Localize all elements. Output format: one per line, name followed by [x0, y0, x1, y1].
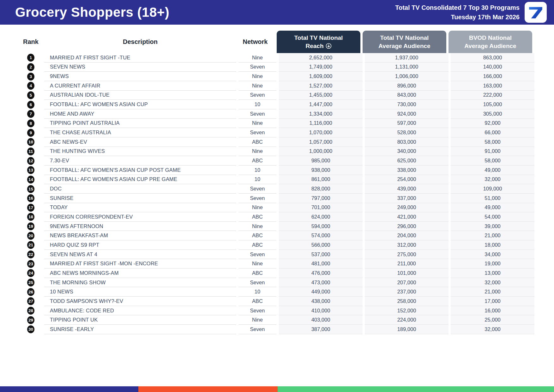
column-gap — [276, 119, 279, 128]
average-audience-cell: 843,000 — [365, 91, 449, 100]
top-header-bar: Grocery Shoppers (18+) Total TV Consolid… — [0, 0, 554, 25]
bvod-audience-cell: 32,000 — [451, 278, 534, 287]
rank-badge: 19 — [27, 222, 34, 230]
column-gap — [276, 166, 279, 175]
rank-badge: 11 — [27, 148, 34, 155]
reach-cell: 1,609,000 — [279, 72, 363, 81]
column-gap — [363, 259, 365, 268]
column-gap — [236, 128, 238, 137]
reach-cell: 828,000 — [279, 184, 363, 194]
column-gap — [449, 81, 451, 91]
column-gap — [363, 231, 365, 240]
column-header-total-tv-national-reach[interactable]: Total TV National Reach — [277, 31, 360, 53]
rank-badge: 27 — [27, 297, 34, 305]
bvod-audience-cell: 18,000 — [451, 240, 534, 250]
seven-network-logo — [525, 2, 547, 23]
column-gap — [276, 100, 279, 109]
column-gap — [363, 250, 365, 259]
average-audience-cell: 237,000 — [365, 287, 449, 297]
bvod-header-line1: BVOD National — [469, 34, 512, 42]
table-row: 24 ABC NEWS MORNINGS-AM ABC 476,000 101,… — [17, 268, 539, 278]
column-gap — [276, 109, 279, 119]
table-row: 6 FOOTBALL: AFC WOMEN'S ASIAN CUP 10 1,4… — [17, 100, 539, 109]
description-cell: AMBULANCE: CODE RED — [44, 306, 236, 316]
description-cell: HOME AND AWAY — [44, 109, 236, 119]
bvod-audience-cell: 58,000 — [451, 137, 534, 147]
column-gap — [276, 203, 279, 213]
column-gap — [276, 325, 279, 334]
rank-cell: 15 — [17, 184, 44, 194]
bvod-audience-cell: 140,000 — [451, 63, 534, 72]
column-gap — [449, 240, 451, 250]
column-gap — [449, 166, 451, 175]
bvod-header-line2: Average Audience — [464, 42, 516, 50]
top-30-programs-table: Rank Description Network Total TV Nation… — [17, 31, 539, 334]
rank-cell: 17 — [17, 203, 44, 213]
rank-badge: 30 — [27, 325, 34, 333]
bvod-audience-cell: 222,000 — [451, 91, 534, 100]
column-gap — [360, 31, 363, 53]
rank-cell: 8 — [17, 119, 44, 128]
reach-cell: 537,000 — [279, 250, 363, 259]
average-audience-cell: 296,000 — [365, 222, 449, 231]
column-gap — [276, 147, 279, 156]
average-audience-cell: 340,000 — [365, 147, 449, 156]
rank-cell: 5 — [17, 91, 44, 100]
bvod-audience-cell: 66,000 — [451, 128, 534, 137]
network-cell: ABC — [238, 212, 276, 222]
table-row: 17 TODAY Nine 701,000 249,000 49,000 — [17, 203, 539, 213]
reach-cell: 438,000 — [279, 297, 363, 306]
rank-cell: 21 — [17, 240, 44, 250]
rank-badge: 2 — [27, 63, 34, 71]
rank-cell: 6 — [17, 100, 44, 109]
column-header-bvod-national-average-audience[interactable]: BVOD National Average Audience — [449, 31, 532, 53]
rank-badge: 15 — [27, 185, 34, 193]
table-row: 20 NEWS BREAKFAST-AM ABC 574,000 204,000… — [17, 231, 539, 240]
average-audience-cell: 730,000 — [365, 100, 449, 109]
column-gap — [276, 306, 279, 316]
rank-cell: 30 — [17, 325, 44, 334]
average-audience-cell: 275,000 — [365, 250, 449, 259]
network-cell: Seven — [238, 63, 276, 72]
rank-badge: 16 — [27, 194, 34, 202]
description-cell: MARRIED AT FIRST SIGHT -TUE — [44, 53, 236, 63]
column-gap — [236, 81, 238, 91]
column-gap — [363, 109, 365, 119]
reach-header-line2: Reach — [305, 42, 323, 50]
column-gap — [236, 166, 238, 175]
bvod-audience-cell: 163,000 — [451, 81, 534, 91]
column-gap — [449, 128, 451, 137]
column-gap — [449, 91, 451, 100]
column-gap — [363, 268, 365, 278]
rank-badge: 18 — [27, 213, 34, 221]
table-row: 7 HOME AND AWAY Seven 1,334,000 924,000 … — [17, 109, 539, 119]
column-header-total-tv-national-average-audience[interactable]: Total TV National Average Audience — [363, 31, 446, 53]
column-gap — [363, 119, 365, 128]
column-gap — [276, 240, 279, 250]
average-audience-cell: 101,000 — [365, 268, 449, 278]
bvod-audience-cell: 166,000 — [451, 72, 534, 81]
table-row: 10 ABC NEWS-EV ABC 1,057,000 803,000 58,… — [17, 137, 539, 147]
column-header-description: Description — [44, 31, 236, 53]
rank-badge: 5 — [27, 91, 34, 99]
report-subtitle: Total TV Consolidated 7 Top 30 Programs … — [395, 0, 520, 25]
column-gap — [276, 287, 279, 297]
column-gap — [276, 72, 279, 81]
rank-badge: 24 — [27, 269, 34, 277]
description-cell: FOOTBALL: AFC WOMEN'S ASIAN CUP POST GAM… — [44, 166, 236, 175]
description-cell: ABC NEWS-EV — [44, 137, 236, 147]
rank-cell: 20 — [17, 231, 44, 240]
table-row: 1 MARRIED AT FIRST SIGHT -TUE Nine 2,652… — [17, 53, 539, 63]
column-gap — [449, 109, 451, 119]
column-gap — [363, 137, 365, 147]
network-cell: Seven — [238, 278, 276, 287]
column-gap — [449, 297, 451, 306]
column-gap — [274, 31, 277, 53]
table-row: 22 SEVEN NEWS AT 4 Seven 537,000 275,000… — [17, 250, 539, 259]
network-cell: Seven — [238, 91, 276, 100]
column-gap — [236, 250, 238, 259]
table-row: 23 MARRIED AT FIRST SIGHT -MON -ENCORE N… — [17, 259, 539, 268]
column-gap — [363, 287, 365, 297]
rank-cell: 4 — [17, 81, 44, 91]
rank-cell: 11 — [17, 147, 44, 156]
